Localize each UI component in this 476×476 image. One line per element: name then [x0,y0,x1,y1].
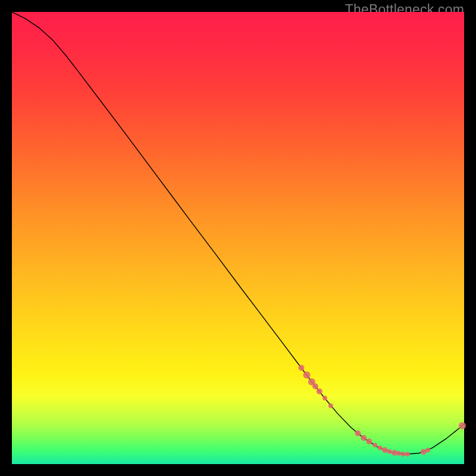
scatter-dot [303,371,311,378]
chart-svg [12,12,464,464]
scatter-dot [312,383,318,389]
scatter-dot [459,422,466,429]
chart-frame: TheBottleneck.com [0,0,476,476]
curve-line [12,12,464,454]
scatter-dot [425,447,430,452]
plot-area [12,12,464,464]
scatter-dot [382,447,388,453]
scatter-dot [387,449,392,454]
scatter-dot [378,446,383,450]
scatter-dot [298,365,304,371]
scatter-dot [372,443,377,447]
scatter-dot [396,451,401,456]
scatter-dot [421,449,427,455]
scatter-dot [355,430,361,436]
scatter-dot [400,452,405,456]
scatter-dot [322,396,327,400]
scatter-dot [405,452,410,456]
scatter-dot [361,435,367,441]
scatter-dot [366,439,372,444]
scatter-dot [328,403,333,408]
scatter-dot [317,389,322,394]
